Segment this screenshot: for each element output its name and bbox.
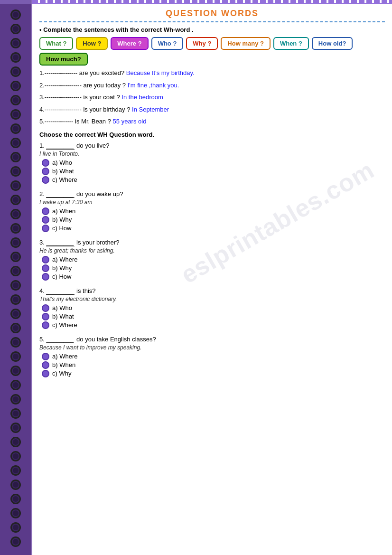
radio-button[interactable]: [42, 176, 49, 184]
sentence-num: 3.: [39, 94, 45, 101]
radio-button[interactable]: [42, 264, 49, 272]
mc-option[interactable]: a) When: [42, 207, 385, 215]
radio-button[interactable]: [42, 159, 49, 167]
spiral-hole: [10, 451, 21, 461]
spiral-hole: [10, 337, 21, 348]
spiral-hole: [10, 536, 21, 547]
mc-option[interactable]: b) What: [42, 313, 385, 320]
spiral-hole: [10, 280, 21, 291]
radio-button[interactable]: [42, 313, 49, 320]
option-label: b) Why: [52, 264, 72, 272]
sentence-dashes: ------------------: [45, 94, 82, 101]
mc-option[interactable]: a) Where: [42, 256, 385, 263]
mc-question-text: 3. ________ is your brother?: [39, 239, 385, 246]
sentence-num: 1.: [39, 69, 45, 76]
mc-options: a) Whob) Whatc) Where: [42, 159, 385, 184]
mc-option[interactable]: b) What: [42, 168, 385, 175]
word-button[interactable]: Where ?: [111, 37, 148, 50]
mc-option[interactable]: c) Where: [42, 176, 385, 184]
mc-options: a) Whereb) Whenc) Why: [42, 353, 385, 377]
sentence-item: 5.-------------- is Mr. Bean ? 55 years …: [39, 117, 385, 126]
radio-button[interactable]: [42, 361, 49, 369]
word-button[interactable]: Why ?: [186, 37, 218, 50]
mc-question-text: 2. ________ do you wake up?: [39, 190, 385, 198]
sentence-answer: Because It's my birthday.: [126, 69, 195, 76]
word-button[interactable]: How old?: [312, 37, 353, 50]
mc-option[interactable]: c) How: [42, 273, 385, 281]
spiral-hole: [10, 252, 21, 262]
radio-button[interactable]: [42, 273, 49, 281]
option-label: a) Where: [52, 256, 77, 263]
word-button[interactable]: Who ?: [151, 37, 184, 50]
option-label: b) When: [52, 361, 75, 368]
spiral-hole: [10, 294, 21, 305]
option-label: b) Why: [52, 216, 72, 223]
mc-question-text: 1. ________ do you live?: [39, 142, 385, 150]
spiral-holes: [0, 0, 31, 551]
mc-option[interactable]: c) Why: [42, 370, 385, 377]
spiral-hole: [10, 152, 21, 162]
radio-button[interactable]: [42, 353, 49, 360]
mc-option[interactable]: a) Who: [42, 304, 385, 312]
mc-question: 5. ________ do you take English classes?…: [39, 336, 385, 377]
sentence-answer: In September: [132, 106, 169, 113]
spiral-hole: [10, 522, 21, 533]
spiral-hole: [10, 480, 21, 490]
mc-option[interactable]: c) How: [42, 225, 385, 232]
radio-button[interactable]: [42, 216, 49, 224]
mc-option[interactable]: b) Why: [42, 264, 385, 272]
spiral-hole: [10, 180, 21, 191]
spiral-hole: [10, 81, 21, 91]
sentence-dashes: ------------------: [45, 82, 82, 89]
option-label: b) What: [52, 168, 74, 175]
mc-option[interactable]: a) Who: [42, 159, 385, 167]
mc-question: 3. ________ is your brother?He is great;…: [39, 239, 385, 281]
radio-button[interactable]: [42, 256, 49, 263]
option-label: b) What: [52, 313, 74, 320]
spiral-hole: [10, 9, 21, 20]
content-inner: QUESTION WORDS Complete the sentences wi…: [32, 4, 392, 389]
sentence-num: 5.: [39, 118, 45, 125]
mc-option[interactable]: a) Where: [42, 353, 385, 360]
option-label: a) When: [52, 207, 75, 215]
word-button[interactable]: How ?: [76, 37, 108, 50]
spiral-hole: [10, 223, 21, 234]
option-label: a) Who: [52, 159, 72, 166]
spiral-hole: [10, 394, 21, 404]
radio-button[interactable]: [42, 225, 49, 232]
mc-option[interactable]: b) Why: [42, 216, 385, 224]
radio-button[interactable]: [42, 207, 49, 215]
radio-button[interactable]: [42, 168, 49, 175]
word-button[interactable]: When ?: [273, 37, 309, 50]
mc-option[interactable]: b) When: [42, 361, 385, 369]
spiral-hole: [10, 52, 21, 63]
word-button[interactable]: How many ?: [221, 37, 271, 50]
sentence-item: 3.------------------ is your coat ? In t…: [39, 93, 385, 102]
sentence-text: is your coat ?: [83, 94, 120, 101]
sentence-text: are you today ?: [83, 82, 126, 89]
word-buttons-container: What ?How ?Where ?Who ?Why ?How many ?Wh…: [39, 37, 385, 66]
radio-button[interactable]: [42, 321, 49, 329]
mc-options: a) Whenb) Whyc) How: [42, 207, 385, 232]
option-label: c) Why: [52, 370, 71, 377]
spiral-hole: [10, 109, 21, 120]
word-button[interactable]: What ?: [39, 37, 73, 50]
word-button[interactable]: How much?: [39, 53, 88, 66]
mc-questions-list: 1. ________ do you live?I live in Toront…: [39, 142, 385, 377]
option-label: c) How: [52, 273, 71, 280]
mc-option[interactable]: c) Where: [42, 321, 385, 329]
mc-blank: ________: [46, 190, 75, 198]
sentence-num: 2.: [39, 82, 45, 89]
radio-button[interactable]: [42, 304, 49, 312]
sentence-item: 2.------------------ are you today ? I'm…: [39, 81, 385, 90]
mc-answer-hint: He is great; thanks for asking.: [39, 247, 385, 254]
spiral-hole: [10, 380, 21, 390]
spiral-hole: [10, 494, 21, 504]
radio-button[interactable]: [42, 370, 49, 377]
sentence-answer: 55 years old: [113, 118, 147, 125]
mc-blank: ________: [46, 142, 75, 150]
sentence-text: are you excited?: [79, 69, 124, 76]
mc-question: 1. ________ do you live?I live in Toront…: [39, 142, 385, 184]
sentences-section: 1.---------------- are you excited? Beca…: [39, 68, 385, 126]
option-label: c) Where: [52, 176, 77, 183]
